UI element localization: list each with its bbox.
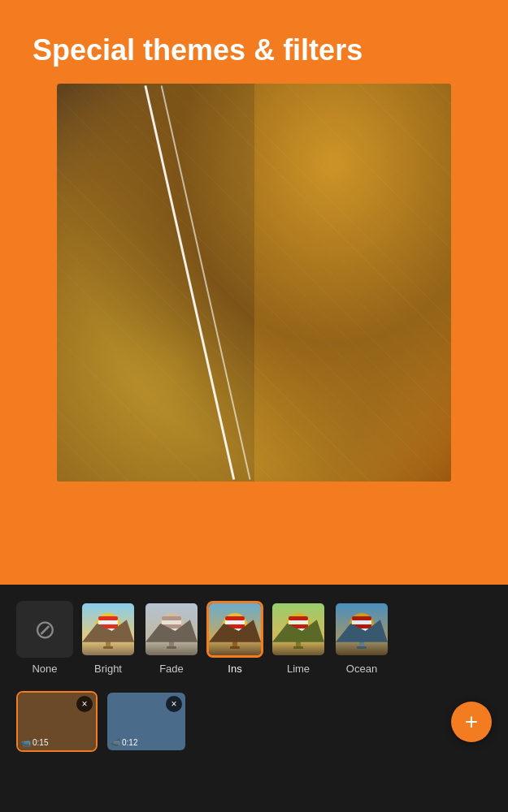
clip2-remove-button[interactable]: × — [166, 696, 182, 712]
clip1-duration: 📹 0:15 — [21, 738, 48, 747]
filter-thumb-none[interactable]: ⊘ — [16, 601, 73, 658]
svg-rect-22 — [230, 646, 240, 649]
filter-thumb-ocean[interactable] — [333, 601, 390, 658]
filters-row: ⊘ None — [0, 585, 508, 683]
mountain-lime — [272, 619, 324, 643]
video-icon-1: 📹 — [21, 738, 31, 747]
filter-label-ins: Ins — [228, 663, 241, 675]
bottom-panel: ⊘ None — [0, 585, 508, 812]
svg-marker-31 — [272, 620, 324, 641]
plus-icon: + — [465, 709, 478, 735]
svg-rect-6 — [103, 646, 113, 649]
filter-fade[interactable]: Fade — [143, 601, 200, 675]
video-icon-2: 📹 — [111, 738, 120, 747]
filter-label-none: None — [32, 663, 57, 675]
ins-scene — [209, 603, 261, 655]
mountain-ins — [209, 619, 261, 643]
svg-marker-23 — [209, 620, 261, 641]
filter-lime[interactable]: Lime — [270, 601, 327, 675]
filter-label-bright: Bright — [94, 663, 122, 675]
page-title: Special themes & filters — [33, 32, 475, 67]
main-preview — [57, 84, 451, 482]
filter-ocean[interactable]: Ocean — [333, 601, 390, 675]
lime-scene — [272, 603, 324, 655]
timeline-clip-1[interactable]: × 📹 0:15 — [16, 691, 98, 752]
ocean-scene — [336, 603, 388, 655]
filter-ins[interactable]: Ins — [206, 601, 263, 675]
filter-thumb-fade[interactable] — [143, 601, 200, 658]
filter-label-ocean: Ocean — [346, 663, 377, 675]
filter-bright[interactable]: Bright — [80, 601, 137, 675]
filter-none[interactable]: ⊘ None — [16, 601, 73, 675]
filter-thumb-bright[interactable] — [80, 601, 137, 658]
fade-scene — [145, 603, 198, 655]
bright-scene — [82, 603, 134, 655]
header: Special themes & filters — [0, 0, 508, 84]
food-image — [57, 84, 451, 482]
timeline-clip-2[interactable]: × 📹 0:12 — [106, 691, 187, 752]
filter-thumb-lime[interactable] — [270, 601, 327, 658]
mountain-ocean — [336, 619, 388, 643]
svg-marker-15 — [145, 620, 198, 641]
svg-marker-7 — [82, 620, 134, 641]
svg-rect-14 — [167, 646, 176, 649]
add-clip-button[interactable]: + — [451, 702, 492, 742]
clip2-duration: 📹 0:12 — [111, 738, 137, 747]
svg-rect-38 — [357, 646, 367, 649]
mountain-bright — [82, 619, 134, 643]
svg-marker-39 — [336, 620, 388, 641]
no-filter-icon: ⊘ — [34, 616, 56, 642]
filter-thumb-ins[interactable] — [206, 601, 263, 658]
filter-label-lime: Lime — [287, 663, 310, 675]
svg-rect-30 — [293, 646, 303, 649]
timeline-row: × 📹 0:15 × 📹 0:12 + — [0, 683, 508, 760]
filter-label-fade: Fade — [159, 663, 184, 675]
clip1-remove-button[interactable]: × — [76, 696, 93, 712]
mountain-fade — [145, 619, 198, 643]
